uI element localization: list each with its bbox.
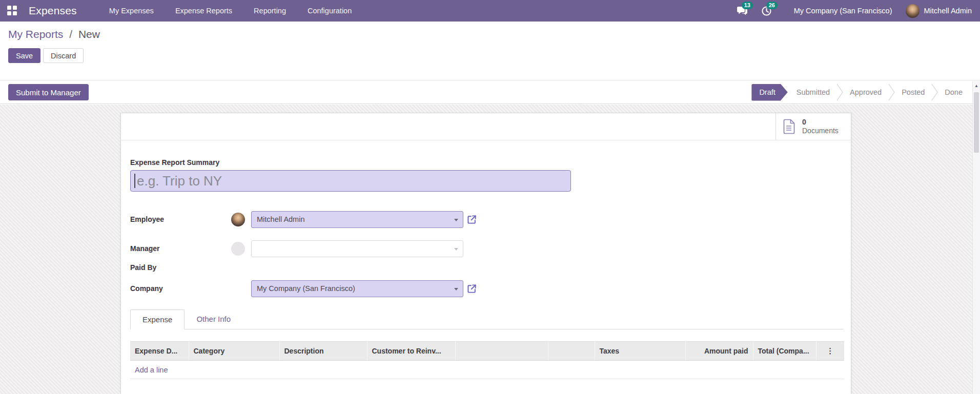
col-total-company: Total (Compa... [753, 342, 816, 361]
breadcrumb-my-reports[interactable]: My Reports [8, 28, 63, 40]
fields-group: Employee Mitchell Admin Man [130, 211, 844, 297]
dropdown-caret-icon [454, 248, 458, 251]
document-icon [783, 119, 796, 134]
menu-my-expenses[interactable]: My Expenses [98, 0, 165, 22]
add-line-row: Add a line [130, 361, 844, 379]
col-expense-date: Expense D... [130, 342, 189, 361]
status-step-done[interactable]: Done [945, 88, 963, 96]
status-step-approved[interactable]: Approved [850, 88, 882, 96]
expense-lines-table: Expense D... Category Description Custom… [130, 341, 844, 379]
col-description: Description [279, 342, 367, 361]
apps-grid-icon[interactable] [7, 6, 17, 16]
manager-label: Manager [130, 244, 231, 253]
form-statusbar-row: Submit to Manager Draft Submitted Approv… [0, 81, 980, 104]
save-button[interactable]: Save [8, 48, 40, 63]
status-step-posted[interactable]: Posted [902, 88, 925, 96]
form-sheet: 0 Documents Expense Report Summary Emplo… [120, 113, 851, 394]
documents-count: 0 [802, 118, 839, 127]
scrollbar-thumb[interactable] [974, 92, 979, 153]
col-amount-paid: Amount paid [685, 342, 753, 361]
employee-label: Employee [130, 215, 231, 223]
col-blank-1 [455, 342, 548, 361]
col-blank-2 [548, 342, 595, 361]
table-header-row: Expense D... Category Description Custom… [130, 342, 844, 361]
documents-label: Documents [802, 127, 839, 135]
menu-reporting[interactable]: Reporting [243, 0, 297, 22]
summary-field-label: Expense Report Summary [130, 158, 844, 167]
vertical-scrollbar[interactable]: ▲ [972, 81, 980, 394]
main-menu: My Expenses Expense Reports Reporting Co… [98, 0, 362, 22]
app-brand[interactable]: Expenses [29, 5, 77, 17]
employee-value: Mitchell Admin [257, 215, 304, 223]
field-row-employee: Employee Mitchell Admin [130, 211, 844, 228]
submit-to-manager-button[interactable]: Submit to Manager [8, 84, 89, 100]
form-view-background: 0 Documents Expense Report Summary Emplo… [0, 105, 980, 394]
chevron-right-icon [931, 84, 938, 101]
company-external-link-icon[interactable] [467, 284, 477, 294]
control-panel: My Reports / New Save Discard [0, 22, 980, 80]
company-label: Company [130, 284, 231, 293]
top-navbar: Expenses My Expenses Expense Reports Rep… [0, 0, 980, 22]
expense-summary-input[interactable] [130, 170, 571, 192]
breadcrumb-separator: / [69, 28, 72, 40]
notebook-tabs: Expense Other Info [130, 309, 844, 329]
col-category: Category [189, 342, 279, 361]
col-taxes: Taxes [595, 342, 685, 361]
status-step-submitted[interactable]: Submitted [797, 88, 830, 96]
tab-other-info[interactable]: Other Info [185, 309, 242, 329]
user-avatar[interactable] [906, 4, 920, 18]
paid-by-label: Paid By [130, 263, 231, 272]
statusbar: Draft Submitted Approved Posted Done [751, 84, 963, 101]
manager-select[interactable] [251, 240, 463, 257]
dropdown-caret-icon [454, 288, 458, 291]
field-row-manager: Manager [130, 240, 844, 257]
add-a-line-link[interactable]: Add a line [135, 366, 168, 374]
tab-expense[interactable]: Expense [130, 309, 185, 329]
status-step-draft[interactable]: Draft [751, 84, 787, 101]
employee-avatar [231, 213, 245, 226]
dropdown-caret-icon [454, 219, 458, 221]
menu-expense-reports[interactable]: Expense Reports [165, 0, 243, 22]
text-cursor [134, 174, 135, 188]
scroll-up-icon[interactable]: ▲ [973, 81, 980, 91]
breadcrumb: My Reports / New [8, 28, 972, 40]
user-menu[interactable]: Mitchell Admin [924, 7, 972, 15]
activities-button[interactable]: 26 [758, 0, 775, 22]
activities-count-badge: 26 [766, 2, 778, 9]
company-value: My Company (San Francisco) [257, 284, 355, 293]
employee-select[interactable]: Mitchell Admin [251, 211, 463, 228]
field-row-company: Company My Company (San Francisco) [130, 280, 844, 297]
employee-external-link-icon[interactable] [467, 215, 477, 224]
chevron-right-icon [888, 84, 895, 101]
company-switcher[interactable]: My Company (San Francisco) [794, 7, 892, 15]
field-row-paid-by: Paid By [130, 259, 844, 276]
column-options-icon[interactable]: ⋮ [816, 342, 844, 361]
menu-configuration[interactable]: Configuration [297, 0, 362, 22]
breadcrumb-current: New [78, 28, 100, 40]
documents-stat-button[interactable]: 0 Documents [775, 113, 851, 140]
discard-button[interactable]: Discard [43, 48, 84, 63]
messages-button[interactable]: 13 [733, 0, 751, 22]
company-select[interactable]: My Company (San Francisco) [251, 280, 463, 297]
chevron-right-icon [836, 84, 843, 101]
manager-avatar-placeholder [231, 242, 245, 256]
col-customer-to-reinvoice: Customer to Reinv... [367, 342, 455, 361]
messages-count-badge: 13 [742, 2, 753, 9]
